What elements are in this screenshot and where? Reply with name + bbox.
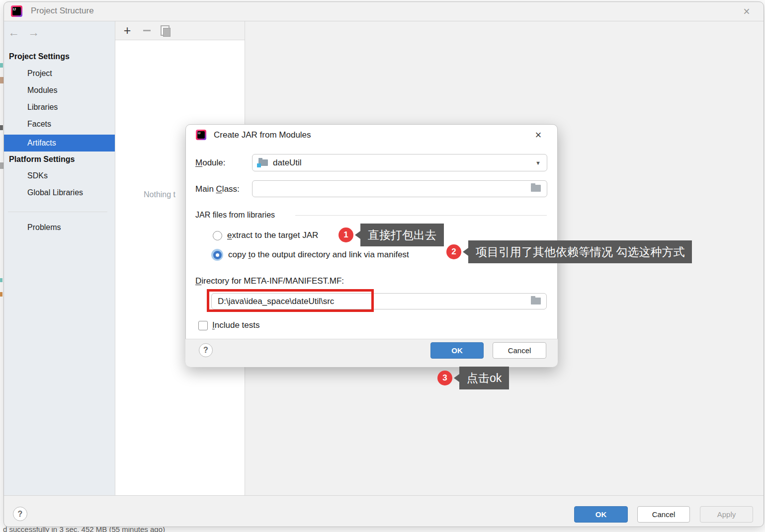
settings-sidebar bbox=[4, 21, 115, 495]
minus-glyph bbox=[143, 30, 151, 31]
sidebar-item-global-libraries[interactable]: Global Libraries bbox=[27, 188, 83, 197]
annotation-2-text: 项目引用了其他依赖等情况 勾选这种方式 bbox=[468, 240, 692, 263]
intellij-logo-icon: IJ bbox=[11, 5, 22, 17]
module-label: Module: bbox=[195, 158, 226, 168]
radio-extract-to-target-jar[interactable]: extract to the target JAR bbox=[213, 230, 318, 240]
background-artifact bbox=[0, 278, 2, 282]
radio-extract-label: extract to the target JAR bbox=[227, 230, 318, 240]
group-divider bbox=[295, 215, 547, 216]
sidebar-item-sdks[interactable]: SDKs bbox=[27, 171, 48, 180]
background-artifact bbox=[0, 77, 3, 83]
screenshot-root: d successfully in 3 sec, 452 MB (55 minu… bbox=[0, 0, 765, 532]
sidebar-item-libraries[interactable]: Libraries bbox=[27, 103, 58, 112]
radio-on-icon[interactable] bbox=[211, 249, 223, 261]
apply-button[interactable]: Apply bbox=[700, 506, 753, 523]
dialog-close-button[interactable]: × bbox=[530, 127, 547, 143]
empty-list-text: Nothing t bbox=[144, 190, 175, 199]
bottombar-divider bbox=[4, 495, 764, 496]
radio-copy-label: copy to the output directory and link vi… bbox=[228, 250, 409, 260]
sidebar-item-artifacts-selected-row[interactable] bbox=[4, 135, 115, 152]
dialog-intellij-logo-icon: IJ bbox=[196, 130, 206, 140]
directory-browse-folder-icon[interactable] bbox=[531, 298, 541, 304]
help-button[interactable]: ? bbox=[13, 507, 27, 521]
dialog-help-button[interactable]: ? bbox=[199, 343, 213, 357]
cancel-button[interactable]: Cancel bbox=[637, 506, 690, 523]
annotation-3: 3 点击ok bbox=[437, 367, 509, 389]
sidebar-item-project[interactable]: Project bbox=[27, 69, 52, 78]
sidebar-item-facets[interactable]: Facets bbox=[27, 120, 51, 129]
annotation-1: 1 直接打包出去 bbox=[339, 224, 444, 246]
module-folder-icon bbox=[258, 159, 268, 166]
window-close-button[interactable]: × bbox=[739, 4, 755, 19]
annotation-2-arrow-icon bbox=[463, 248, 468, 256]
red-highlight-box bbox=[207, 289, 374, 312]
ok-button[interactable]: OK bbox=[574, 506, 628, 523]
dialog-cancel-button[interactable]: Cancel bbox=[493, 342, 546, 359]
background-artifact bbox=[0, 63, 3, 68]
window-title: Project Structure bbox=[31, 6, 94, 16]
main-class-input[interactable] bbox=[252, 180, 547, 197]
background-artifact bbox=[0, 292, 2, 297]
sidebar-item-modules[interactable]: Modules bbox=[27, 86, 57, 95]
checkbox-unchecked-icon[interactable] bbox=[198, 321, 208, 330]
module-value: dateUtil bbox=[273, 158, 530, 168]
annotation-1-badge: 1 bbox=[339, 228, 353, 242]
dialog-ok-button[interactable]: OK bbox=[430, 342, 484, 359]
back-arrow-icon[interactable]: ← bbox=[8, 26, 19, 39]
module-select[interactable]: dateUtil ▼ bbox=[252, 154, 547, 171]
annotation-3-arrow-icon bbox=[454, 374, 459, 382]
annotation-3-badge: 3 bbox=[437, 371, 452, 385]
copy-icon[interactable] bbox=[161, 25, 170, 36]
annotation-1-text: 直接打包出去 bbox=[360, 224, 444, 246]
sidebar-header-project-settings: Project Settings bbox=[9, 52, 70, 61]
background-artifact bbox=[0, 125, 3, 130]
annotation-3-text: 点击ok bbox=[459, 367, 509, 389]
main-class-browse-folder-icon[interactable] bbox=[531, 185, 541, 192]
dialog-title: Create JAR from Modules bbox=[214, 130, 311, 140]
sidebar-item-problems[interactable]: Problems bbox=[27, 223, 61, 232]
manifest-directory-label: Directory for META-INF/MANIFEST.MF: bbox=[195, 276, 344, 286]
annotation-2: 2 项目引用了其他依赖等情况 勾选这种方式 bbox=[446, 240, 692, 263]
sidebar-header-platform-settings: Platform Settings bbox=[9, 155, 75, 164]
artifacts-toolbar bbox=[115, 21, 245, 40]
main-class-label: Main Class: bbox=[195, 184, 240, 194]
annotation-2-badge: 2 bbox=[446, 244, 461, 259]
remove-icon[interactable] bbox=[140, 23, 153, 38]
forward-arrow-icon[interactable]: → bbox=[28, 26, 39, 39]
radio-copy-to-output[interactable]: copy to the output directory and link vi… bbox=[211, 249, 409, 261]
jar-files-group-label: JAR files from libraries bbox=[195, 211, 275, 220]
include-tests-label: Include tests bbox=[212, 320, 259, 330]
sidebar-item-artifacts[interactable]: Artifacts bbox=[27, 139, 56, 148]
chevron-down-icon[interactable]: ▼ bbox=[535, 160, 541, 166]
add-icon[interactable]: + bbox=[121, 23, 134, 38]
background-artifact bbox=[0, 162, 3, 169]
include-tests-checkbox-row[interactable]: Include tests bbox=[198, 320, 259, 330]
radio-off-icon[interactable] bbox=[213, 231, 222, 240]
sidebar-divider bbox=[8, 212, 107, 212]
annotation-1-arrow-icon bbox=[355, 231, 360, 239]
